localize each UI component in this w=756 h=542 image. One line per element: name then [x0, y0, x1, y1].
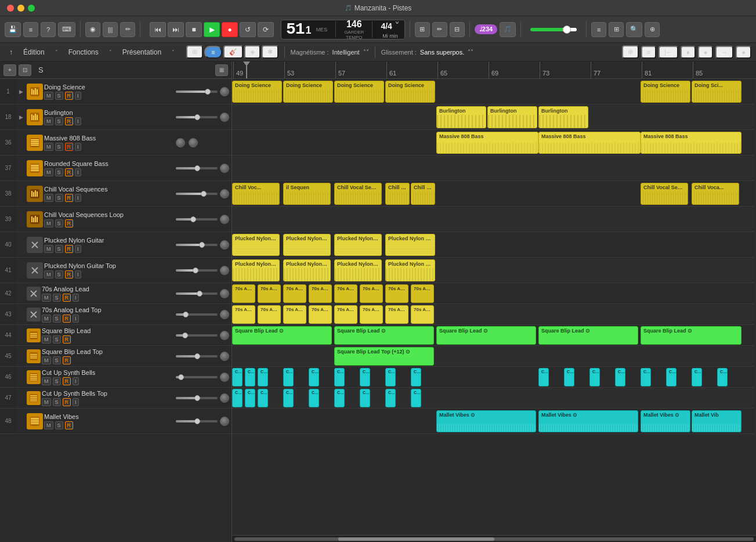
pan-knob[interactable]	[220, 87, 229, 96]
pan-knob[interactable]	[220, 240, 229, 250]
solo-button[interactable]: S	[53, 398, 61, 406]
mute-button[interactable]: M	[44, 92, 53, 100]
pencil-button[interactable]: ✏	[120, 22, 135, 37]
clip[interactable]: Massive 808 Bass	[641, 132, 741, 154]
volume-slider[interactable]	[530, 28, 577, 31]
maximize-button[interactable]	[28, 5, 35, 12]
pan-knob[interactable]	[176, 138, 185, 147]
copy-track-button[interactable]: ⊡	[19, 64, 31, 76]
clip[interactable]: il Sequen	[283, 183, 331, 205]
clips-scroll[interactable]: Doing Science Doing Science Doing Scienc…	[232, 79, 756, 535]
clip[interactable]: 70s Anal	[334, 284, 357, 303]
pan-knob[interactable]	[220, 164, 229, 173]
volume-fader[interactable]	[176, 397, 218, 399]
record-arm-button[interactable]: R	[65, 168, 74, 176]
clip[interactable]: Cut	[692, 368, 702, 386]
cursor-button[interactable]: ✱	[262, 45, 278, 59]
clip[interactable]: Doing Sci...	[692, 81, 741, 103]
volume-fader[interactable]	[176, 334, 218, 337]
mute-button[interactable]: M	[44, 168, 53, 176]
pan-knob[interactable]	[220, 352, 229, 361]
scrollbar-thumb[interactable]	[338, 537, 494, 541]
record-arm-button[interactable]: R	[65, 143, 74, 151]
dot2-button[interactable]: ●	[736, 46, 751, 59]
volume-fader[interactable]	[176, 420, 218, 422]
clip[interactable]: 70s Anal	[411, 284, 434, 303]
close-button[interactable]	[7, 5, 14, 12]
tuning-button[interactable]: 🎵	[500, 22, 516, 37]
pan-knob[interactable]	[220, 266, 229, 275]
volume-fader[interactable]	[176, 313, 218, 316]
clip[interactable]: Cut	[385, 389, 396, 407]
clip[interactable]: Mallet Vibes ⊙	[538, 410, 638, 432]
clip[interactable]: 70s Anal	[232, 305, 255, 324]
record-arm-button[interactable]: R	[63, 356, 71, 364]
expand-button[interactable]: ↔	[715, 46, 733, 59]
input-button[interactable]: I	[75, 143, 81, 151]
clip[interactable]: Cut	[309, 368, 319, 386]
mute-button[interactable]: M	[42, 377, 51, 385]
record-arm-button[interactable]: R	[65, 117, 74, 125]
record-arm-button[interactable]: R	[65, 219, 74, 227]
clip[interactable]: 70s Anal	[360, 305, 383, 324]
volume-fader[interactable]	[176, 292, 218, 295]
clip[interactable]: Plucked Nylon Guit	[232, 234, 280, 256]
clip[interactable]: Doing Science	[641, 81, 690, 103]
dot-button[interactable]: ●	[698, 46, 714, 59]
clip[interactable]: 70s Anal	[360, 284, 383, 303]
record-arm-button[interactable]: R	[65, 270, 74, 279]
clip[interactable]: Cut	[309, 389, 319, 407]
clip[interactable]: Square Blip Lead ⊙	[334, 326, 434, 345]
mute-button[interactable]: M	[42, 335, 51, 344]
pan-knob[interactable]	[220, 393, 229, 403]
volume-fader[interactable]	[176, 355, 218, 357]
clip[interactable]: Cut	[360, 368, 370, 386]
clip[interactable]: Plucked Nylon Gui	[385, 234, 435, 256]
snap-left-button[interactable]: |←	[659, 46, 678, 59]
vol-knob[interactable]	[189, 138, 198, 147]
keyboard-button[interactable]: ⌨	[58, 22, 75, 37]
clip[interactable]: Chill Vocal Seque...	[334, 183, 382, 205]
solo-button[interactable]: S	[55, 194, 63, 202]
horizontal-scrollbar[interactable]	[234, 537, 754, 541]
record-arm-button[interactable]: R	[63, 315, 71, 323]
position-display[interactable]: 51 1 MES 146 GARDER TEMPO 4/4 ˅ Mi min	[281, 20, 405, 39]
clip[interactable]: Plucked Nylon Guit	[334, 234, 382, 256]
menu-edition-arrow[interactable]: ˅	[50, 47, 63, 57]
input-button[interactable]: I	[75, 92, 81, 100]
list-view-active-button[interactable]: ≡	[204, 46, 222, 59]
clip[interactable]: 70s Anal	[411, 305, 434, 324]
clip[interactable]: Chill Voca...	[692, 183, 739, 205]
mute-button[interactable]: M	[42, 398, 51, 406]
clip[interactable]: Mallet Vib	[692, 410, 741, 432]
clip[interactable]: 70s Anal	[334, 305, 357, 324]
input-button[interactable]: I	[75, 168, 81, 176]
pan-knob[interactable]	[220, 215, 229, 224]
list-view-button[interactable]: ≡	[591, 22, 606, 37]
track-expand[interactable]: ▶	[16, 89, 26, 95]
clip[interactable]: Cut	[666, 368, 677, 386]
mute-button[interactable]: M	[44, 270, 53, 279]
solo-button[interactable]: S	[53, 377, 61, 385]
clip[interactable]: Cut	[334, 389, 345, 407]
help-button[interactable]: ?	[41, 22, 56, 37]
input-button[interactable]: I	[75, 245, 81, 253]
edit-button[interactable]: ✏	[432, 22, 447, 37]
clip[interactable]: Cut	[258, 389, 268, 407]
mute-button[interactable]: M	[42, 294, 51, 302]
pan-knob[interactable]	[220, 289, 229, 298]
clip[interactable]: Chill Voc	[385, 183, 410, 205]
clip[interactable]: Cut	[589, 368, 600, 386]
clip[interactable]: 70s Anal	[232, 284, 255, 303]
record-mode-button[interactable]: ♦	[681, 46, 696, 59]
solo-button[interactable]: S	[53, 356, 61, 364]
volume-fader[interactable]	[176, 269, 218, 272]
pan-knob[interactable]	[220, 189, 229, 198]
grid-button[interactable]: ⊟	[450, 22, 465, 37]
clip[interactable]: 70s Anal	[258, 284, 281, 303]
clip[interactable]: 70s Anal	[309, 284, 332, 303]
mute-button[interactable]: M	[44, 219, 53, 227]
clip[interactable]: Cut	[245, 368, 255, 386]
mute-button[interactable]: M	[44, 117, 53, 125]
solo-button[interactable]: S	[55, 92, 63, 100]
